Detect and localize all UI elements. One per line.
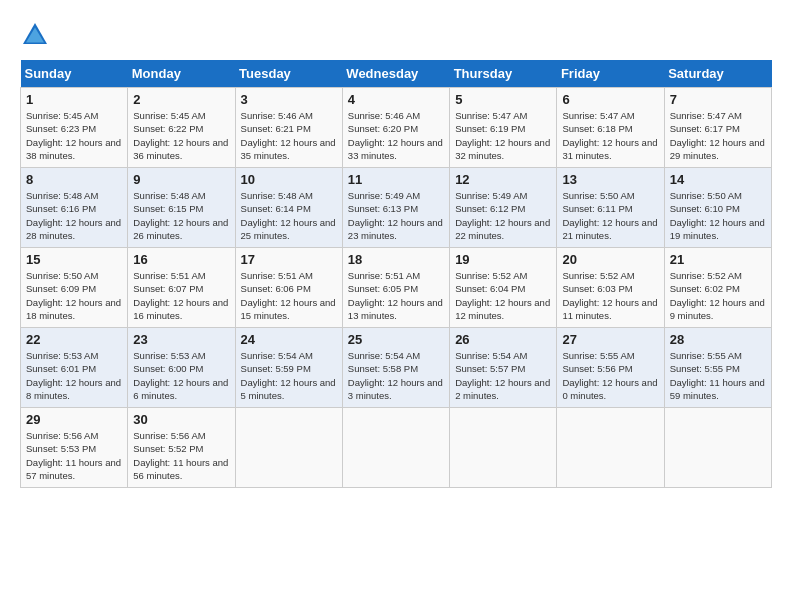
header-cell-thursday: Thursday [450,60,557,88]
day-cell-5: 5Sunrise: 5:47 AMSunset: 6:19 PMDaylight… [450,88,557,168]
day-info: Sunrise: 5:56 AMSunset: 5:53 PMDaylight:… [26,429,122,482]
logo [20,20,52,50]
day-cell-3: 3Sunrise: 5:46 AMSunset: 6:21 PMDaylight… [235,88,342,168]
day-info: Sunrise: 5:48 AMSunset: 6:16 PMDaylight:… [26,189,122,242]
day-cell-27: 27Sunrise: 5:55 AMSunset: 5:56 PMDayligh… [557,328,664,408]
day-info: Sunrise: 5:50 AMSunset: 6:10 PMDaylight:… [670,189,766,242]
day-cell-25: 25Sunrise: 5:54 AMSunset: 5:58 PMDayligh… [342,328,449,408]
day-cell-4: 4Sunrise: 5:46 AMSunset: 6:20 PMDaylight… [342,88,449,168]
day-info: Sunrise: 5:47 AMSunset: 6:19 PMDaylight:… [455,109,551,162]
day-number: 8 [26,172,122,187]
day-info: Sunrise: 5:54 AMSunset: 5:58 PMDaylight:… [348,349,444,402]
day-info: Sunrise: 5:53 AMSunset: 6:00 PMDaylight:… [133,349,229,402]
day-cell-1: 1Sunrise: 5:45 AMSunset: 6:23 PMDaylight… [21,88,128,168]
header-cell-monday: Monday [128,60,235,88]
day-info: Sunrise: 5:48 AMSunset: 6:15 PMDaylight:… [133,189,229,242]
calendar-table: SundayMondayTuesdayWednesdayThursdayFrid… [20,60,772,488]
day-number: 11 [348,172,444,187]
day-info: Sunrise: 5:49 AMSunset: 6:12 PMDaylight:… [455,189,551,242]
day-number: 6 [562,92,658,107]
day-number: 25 [348,332,444,347]
day-number: 4 [348,92,444,107]
calendar-body: 1Sunrise: 5:45 AMSunset: 6:23 PMDaylight… [21,88,772,488]
day-cell-18: 18Sunrise: 5:51 AMSunset: 6:05 PMDayligh… [342,248,449,328]
empty-cell [664,408,771,488]
header-row: SundayMondayTuesdayWednesdayThursdayFrid… [21,60,772,88]
header-cell-tuesday: Tuesday [235,60,342,88]
day-cell-8: 8Sunrise: 5:48 AMSunset: 6:16 PMDaylight… [21,168,128,248]
day-info: Sunrise: 5:49 AMSunset: 6:13 PMDaylight:… [348,189,444,242]
day-info: Sunrise: 5:52 AMSunset: 6:03 PMDaylight:… [562,269,658,322]
day-number: 24 [241,332,337,347]
day-info: Sunrise: 5:53 AMSunset: 6:01 PMDaylight:… [26,349,122,402]
day-number: 7 [670,92,766,107]
empty-cell [450,408,557,488]
day-number: 17 [241,252,337,267]
day-number: 26 [455,332,551,347]
empty-cell [342,408,449,488]
header-cell-friday: Friday [557,60,664,88]
day-number: 29 [26,412,122,427]
day-info: Sunrise: 5:55 AMSunset: 5:56 PMDaylight:… [562,349,658,402]
day-cell-9: 9Sunrise: 5:48 AMSunset: 6:15 PMDaylight… [128,168,235,248]
day-number: 19 [455,252,551,267]
day-cell-15: 15Sunrise: 5:50 AMSunset: 6:09 PMDayligh… [21,248,128,328]
week-row-3: 15Sunrise: 5:50 AMSunset: 6:09 PMDayligh… [21,248,772,328]
day-info: Sunrise: 5:51 AMSunset: 6:06 PMDaylight:… [241,269,337,322]
day-cell-11: 11Sunrise: 5:49 AMSunset: 6:13 PMDayligh… [342,168,449,248]
week-row-5: 29Sunrise: 5:56 AMSunset: 5:53 PMDayligh… [21,408,772,488]
day-info: Sunrise: 5:55 AMSunset: 5:55 PMDaylight:… [670,349,766,402]
day-cell-7: 7Sunrise: 5:47 AMSunset: 6:17 PMDaylight… [664,88,771,168]
header-cell-sunday: Sunday [21,60,128,88]
day-info: Sunrise: 5:51 AMSunset: 6:07 PMDaylight:… [133,269,229,322]
day-number: 15 [26,252,122,267]
day-info: Sunrise: 5:46 AMSunset: 6:21 PMDaylight:… [241,109,337,162]
day-number: 22 [26,332,122,347]
day-info: Sunrise: 5:52 AMSunset: 6:02 PMDaylight:… [670,269,766,322]
day-number: 20 [562,252,658,267]
day-number: 13 [562,172,658,187]
day-cell-20: 20Sunrise: 5:52 AMSunset: 6:03 PMDayligh… [557,248,664,328]
day-number: 16 [133,252,229,267]
day-cell-28: 28Sunrise: 5:55 AMSunset: 5:55 PMDayligh… [664,328,771,408]
day-info: Sunrise: 5:50 AMSunset: 6:11 PMDaylight:… [562,189,658,242]
day-info: Sunrise: 5:45 AMSunset: 6:22 PMDaylight:… [133,109,229,162]
day-cell-10: 10Sunrise: 5:48 AMSunset: 6:14 PMDayligh… [235,168,342,248]
day-cell-23: 23Sunrise: 5:53 AMSunset: 6:00 PMDayligh… [128,328,235,408]
day-cell-13: 13Sunrise: 5:50 AMSunset: 6:11 PMDayligh… [557,168,664,248]
day-number: 1 [26,92,122,107]
day-number: 9 [133,172,229,187]
day-number: 30 [133,412,229,427]
week-row-1: 1Sunrise: 5:45 AMSunset: 6:23 PMDaylight… [21,88,772,168]
day-info: Sunrise: 5:54 AMSunset: 5:59 PMDaylight:… [241,349,337,402]
day-info: Sunrise: 5:47 AMSunset: 6:17 PMDaylight:… [670,109,766,162]
day-cell-6: 6Sunrise: 5:47 AMSunset: 6:18 PMDaylight… [557,88,664,168]
day-cell-12: 12Sunrise: 5:49 AMSunset: 6:12 PMDayligh… [450,168,557,248]
day-cell-21: 21Sunrise: 5:52 AMSunset: 6:02 PMDayligh… [664,248,771,328]
day-info: Sunrise: 5:45 AMSunset: 6:23 PMDaylight:… [26,109,122,162]
day-info: Sunrise: 5:50 AMSunset: 6:09 PMDaylight:… [26,269,122,322]
day-number: 10 [241,172,337,187]
header-cell-saturday: Saturday [664,60,771,88]
day-info: Sunrise: 5:46 AMSunset: 6:20 PMDaylight:… [348,109,444,162]
week-row-2: 8Sunrise: 5:48 AMSunset: 6:16 PMDaylight… [21,168,772,248]
day-number: 5 [455,92,551,107]
day-cell-2: 2Sunrise: 5:45 AMSunset: 6:22 PMDaylight… [128,88,235,168]
day-number: 28 [670,332,766,347]
page-header [20,20,772,50]
day-cell-16: 16Sunrise: 5:51 AMSunset: 6:07 PMDayligh… [128,248,235,328]
empty-cell [557,408,664,488]
header-cell-wednesday: Wednesday [342,60,449,88]
logo-icon [20,20,50,50]
day-number: 2 [133,92,229,107]
day-cell-17: 17Sunrise: 5:51 AMSunset: 6:06 PMDayligh… [235,248,342,328]
day-cell-19: 19Sunrise: 5:52 AMSunset: 6:04 PMDayligh… [450,248,557,328]
week-row-4: 22Sunrise: 5:53 AMSunset: 6:01 PMDayligh… [21,328,772,408]
day-info: Sunrise: 5:52 AMSunset: 6:04 PMDaylight:… [455,269,551,322]
day-cell-26: 26Sunrise: 5:54 AMSunset: 5:57 PMDayligh… [450,328,557,408]
empty-cell [235,408,342,488]
day-info: Sunrise: 5:51 AMSunset: 6:05 PMDaylight:… [348,269,444,322]
day-cell-22: 22Sunrise: 5:53 AMSunset: 6:01 PMDayligh… [21,328,128,408]
day-info: Sunrise: 5:54 AMSunset: 5:57 PMDaylight:… [455,349,551,402]
calendar-header: SundayMondayTuesdayWednesdayThursdayFrid… [21,60,772,88]
